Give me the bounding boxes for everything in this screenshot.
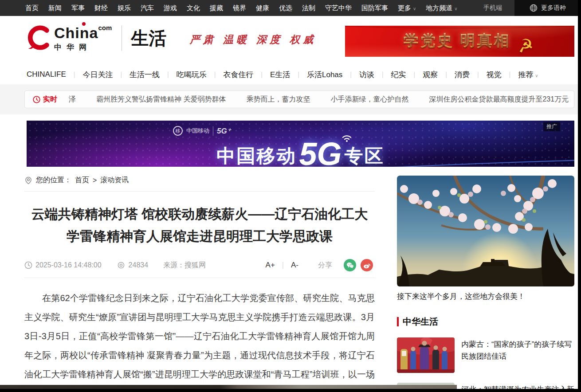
ticker-item[interactable]: 小手添新绿，童心护自然 [330,95,408,104]
nav-separator: | [261,71,263,78]
logo-com-text: com [98,24,112,31]
sidebar-news-item[interactable]: 内蒙古：“国家的孩子”的孩子续写民族团结佳话 [397,337,574,373]
logo-divider [122,25,122,51]
chevron-down-icon: ∨ [535,73,538,78]
top-nav-finance[interactable]: 财经 [94,4,108,12]
feature-caption[interactable]: 接下来这半个多月，这些地方会很美！ [397,291,574,302]
top-nav-more-dropdown[interactable]: 更多∨ [398,4,416,12]
party-history-ad-banner[interactable]: 学党史 明真相 ☭ [345,26,574,57]
share-wechat-button[interactable] [344,259,356,271]
article-paragraph: 在第62个学雷锋纪念日到来之际，辽宁石油化工大学党委宣传部、研究生院、马克思主义… [24,289,375,392]
inner-mongolia-news-thumbnail [397,337,455,373]
top-nav-regions-dropdown[interactable]: 地方频道∨ [426,4,457,12]
subnav-interviews[interactable]: 访谈 [359,70,374,80]
news-title[interactable]: 内蒙古：“国家的孩子”的孩子续写民族团结佳话 [461,337,574,373]
subnav-lohas[interactable]: 乐活Lohas [307,70,342,80]
share-weibo-button[interactable] [361,259,373,271]
subnav-observe[interactable]: 观察 [423,70,438,80]
views-eye-icon [117,262,126,269]
ad-banner-title: 中国移动5G专区 [27,136,574,167]
sidebar-feature-story[interactable]: 接下来这半个多月，这些地方会很美！ [397,176,574,302]
window-edge [578,0,581,392]
font-decrease-button[interactable]: A- [291,261,298,270]
wechat-icon [346,262,354,269]
subnav-eat-drink-play[interactable]: 吃喝玩乐 [177,70,207,80]
top-nav-bar: 首页 新闻 军事 财经 娱乐 汽车 游戏 文化 援藏 镜界 健康 优选 法制 守… [0,0,581,16]
ticker-band: 实时 泽 霸州胜芳义警弘扬雷锋精神 关爱弱势群体 乘势而上，蓄力攻坚 小手添新绿… [0,84,581,114]
china-mobile-5g-ad-banner[interactable]: 移 中国移动 5G⁺ 中国移动5G专区 推广 [27,121,574,167]
logo-wordmark: Chinacom 中华网 [54,24,112,52]
top-nav-auto[interactable]: 汽车 [141,4,154,12]
logo-en-text: China [54,24,98,41]
china-mobile-logo: 移 中国移动 5G⁺ [173,126,231,136]
ticker-item[interactable]: 霸州胜芳义警弘扬雷锋精神 关爱弱势群体 [96,95,226,104]
breadcrumb-current-link[interactable]: 滚动资讯 [100,176,129,185]
breadcrumb-home-link[interactable]: 首页 [75,176,89,185]
china-logo-brush-icon [27,24,52,52]
subnav-documentary[interactable]: 纪实 [391,70,406,80]
clock-icon [24,261,32,269]
top-nav-crafts[interactable]: 守艺中华 [325,4,352,12]
subnav-recommend-dropdown[interactable]: 推荐∨ [518,70,538,80]
top-nav-military[interactable]: 军事 [71,4,85,12]
article-meta: 2025-03-16 14:48:00 24834 来源：搜狐网 A+ | A-… [24,259,375,271]
subnav-clothing-food-housing[interactable]: 衣食住行 [223,70,253,80]
divider [24,278,375,278]
publish-time: 2025-03-16 14:48:00 [24,261,102,269]
top-nav-law[interactable]: 法制 [302,4,315,12]
mobile-version-link[interactable]: 手机端 [483,4,502,12]
top-nav-news[interactable]: 新闻 [48,4,62,12]
live-news-ticker: 实时 泽 霸州胜芳义警弘扬雷锋精神 关爱弱势群体 乘势而上，蓄力攻坚 小手添新绿… [24,90,574,108]
subnav-today-focus[interactable]: 今日关注 [82,70,113,80]
top-nav-games[interactable]: 游戏 [164,4,177,12]
clock-icon [33,96,40,103]
nav-separator: | [477,71,479,78]
nav-separator: | [414,71,416,78]
nav-separator: | [214,71,216,78]
language-switcher[interactable]: 更多语种 [514,0,581,16]
article-body: 在第62个学雷锋纪念日到来之际，辽宁石油化工大学党委宣传部、研究生院、马克思主义… [24,289,375,392]
nav-separator: | [74,71,75,78]
font-increase-button[interactable]: A+ [266,261,275,270]
top-nav-entertainment[interactable]: 娱乐 [118,4,131,12]
top-nav-aid-tibet[interactable]: 援藏 [210,4,223,12]
weibo-icon [363,262,371,269]
top-nav-more-label: 更多 [398,4,411,12]
subnav-visual[interactable]: 视觉 [487,70,502,80]
article-title: 云端共铸精神灯塔 馆校联动赓续薪火——辽宁石油化工大学雷锋精神育人展馆走进昆明理… [24,203,375,247]
window-edge [0,389,581,392]
chevron-down-icon: ∨ [413,6,416,11]
top-nav-defense[interactable]: 国防军事 [361,4,388,12]
top-nav-health[interactable]: 健康 [256,4,269,12]
top-nav-culture[interactable]: 文化 [187,4,200,12]
site-logo[interactable]: Chinacom 中华网 生活 [27,24,166,52]
subnav-recommend-label: 推荐 [518,71,533,79]
subnav-consumption[interactable]: 消费 [455,70,470,80]
top-nav-lens[interactable]: 镜界 [233,4,246,12]
location-pin-icon [24,176,32,184]
view-count: 24834 [117,261,149,269]
subnav-elife[interactable]: E生活 [270,70,290,80]
ticker-item[interactable]: 乘势而上，蓄力攻坚 [246,95,310,104]
china-mobile-mark-icon: 移 [173,126,183,136]
nav-separator: | [350,71,352,78]
ticker-item[interactable]: 泽 [69,95,76,104]
subnav-chinalife[interactable]: CHINALIFE [27,70,66,79]
main-content: 您的位置： 首页 > 滚动资讯 云端共铸精神灯塔 馆校联动赓续薪火——辽宁石油化… [0,167,581,392]
subnav-life-frontline[interactable]: 生活一线 [130,70,160,80]
nav-separator: | [445,71,447,78]
top-nav-picks[interactable]: 优选 [279,4,292,12]
ticker-item[interactable]: 深圳住房公积金贷款最高额度提升至231万元 [429,95,569,104]
tools-separator: | [282,261,284,269]
breadcrumb-label: 您的位置： [36,176,71,185]
ad-promo-tag: 推广 [543,122,560,131]
article-tools: A+ | A- 分享 [266,259,375,271]
next-article-image-peek [0,385,457,389]
sidebar-section-header: 中华生活 [397,316,574,328]
cherry-blossom-sunset-image [397,176,574,286]
top-nav-home[interactable]: 首页 [25,4,39,12]
divider [24,191,375,192]
section-title: 中华生活 [403,316,438,328]
ticker-label: 实时 [33,95,57,104]
wifi-icon [341,132,353,143]
